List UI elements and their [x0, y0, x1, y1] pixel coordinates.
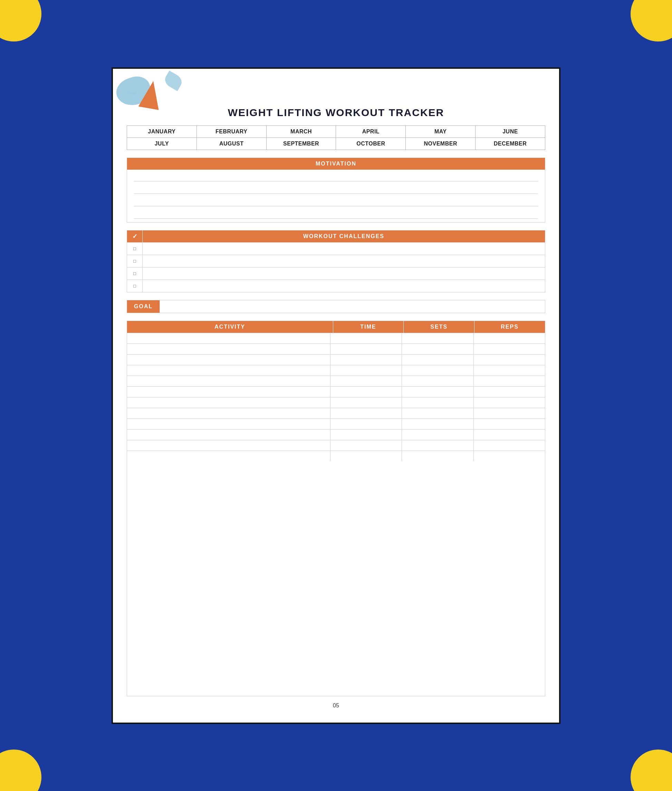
months-row-2: JULYAUGUSTSEPTEMBEROCTOBERNOVEMBERDECEMB… — [127, 138, 545, 150]
challenge-content-2 — [142, 255, 545, 267]
month-cell: JANUARY — [127, 126, 197, 138]
activity-table: ACTIVITY TIME SETS REPS — [127, 321, 545, 696]
reps-cell — [474, 344, 545, 354]
month-cell: MARCH — [267, 126, 336, 138]
reps-cell — [474, 365, 545, 375]
activity-rows-container — [127, 333, 545, 461]
time-cell — [330, 440, 402, 451]
month-cell: SEPTEMBER — [267, 138, 336, 150]
table-row — [127, 354, 545, 365]
sets-cell — [402, 365, 474, 375]
month-cell: JULY — [127, 138, 197, 150]
time-cell — [330, 355, 402, 365]
activity-cell — [127, 408, 330, 419]
sets-cell — [402, 430, 474, 440]
table-row — [127, 343, 545, 354]
sets-cell — [402, 408, 474, 419]
sets-cell — [402, 419, 474, 429]
deco-leaf-shape — [162, 71, 184, 91]
motivation-line-4 — [134, 210, 538, 219]
motivation-header: MOTIVATION — [127, 158, 545, 170]
challenge-content-3 — [142, 268, 545, 279]
challenge-row-3: □ — [127, 267, 545, 279]
time-cell — [330, 397, 402, 408]
activity-cell — [127, 419, 330, 429]
corner-decoration-bl — [0, 749, 42, 791]
page-title: WEIGHT LIFTING WORKOUT TRACKER — [127, 107, 545, 119]
reps-cell — [474, 408, 545, 419]
time-cell — [330, 333, 402, 343]
table-row — [127, 375, 545, 386]
reps-cell — [474, 419, 545, 429]
activity-cell — [127, 451, 330, 461]
time-col-header: TIME — [333, 321, 404, 333]
table-row — [127, 419, 545, 429]
activity-col-header: ACTIVITY — [127, 321, 333, 333]
reps-cell — [474, 451, 545, 461]
sets-cell — [402, 440, 474, 451]
sets-cell — [402, 355, 474, 365]
goal-value — [160, 300, 545, 313]
month-cell: MAY — [406, 126, 475, 138]
challenge-checkbox-1: □ — [127, 242, 142, 255]
month-cell: OCTOBER — [336, 138, 406, 150]
challenge-content-4 — [142, 280, 545, 292]
time-cell — [330, 344, 402, 354]
sets-cell — [402, 376, 474, 386]
time-cell — [330, 408, 402, 419]
goal-label: GOAL — [127, 300, 160, 313]
table-row — [127, 386, 545, 397]
challenges-section: ✓ WORKOUT CHALLENGES □ □ □ □ — [127, 230, 545, 292]
page: ~ WEIGHT LIFTING WORKOUT TRACKER JANUARY… — [112, 67, 560, 724]
month-cell: APRIL — [336, 126, 406, 138]
time-cell — [330, 376, 402, 386]
sets-cell — [402, 344, 474, 354]
month-cell: JUNE — [475, 126, 545, 138]
sets-cell — [402, 451, 474, 461]
corner-decoration-br — [630, 749, 672, 791]
reps-cell — [474, 355, 545, 365]
month-cell: DECEMBER — [475, 138, 545, 150]
table-row — [127, 440, 545, 451]
activity-cell — [127, 387, 330, 397]
activity-cell — [127, 344, 330, 354]
corner-decoration-tl — [0, 0, 42, 42]
activity-cell — [127, 440, 330, 451]
reps-cell — [474, 376, 545, 386]
time-cell — [330, 451, 402, 461]
reps-cell — [474, 333, 545, 343]
reps-cell — [474, 440, 545, 451]
reps-cell — [474, 387, 545, 397]
sets-cell — [402, 387, 474, 397]
table-row — [127, 333, 545, 343]
sets-col-header: SETS — [404, 321, 474, 333]
challenges-header-row: ✓ WORKOUT CHALLENGES — [127, 231, 545, 242]
activity-cell — [127, 355, 330, 365]
sets-cell — [402, 333, 474, 343]
reps-cell — [474, 397, 545, 408]
activity-cell — [127, 430, 330, 440]
sets-cell — [402, 397, 474, 408]
motivation-line-3 — [134, 198, 538, 206]
table-row — [127, 429, 545, 440]
challenge-content-1 — [142, 242, 545, 255]
activity-cell — [127, 333, 330, 343]
deco-blue-shape — [113, 72, 154, 110]
activity-cell — [127, 365, 330, 375]
month-cell: AUGUST — [197, 138, 267, 150]
challenge-row-2: □ — [127, 255, 545, 267]
reps-cell — [474, 430, 545, 440]
table-row — [127, 397, 545, 408]
reps-col-header: REPS — [474, 321, 545, 333]
challenge-checkbox-2: □ — [127, 255, 142, 267]
challenge-checkbox-4: □ — [127, 280, 142, 292]
activity-cell — [127, 397, 330, 408]
challenge-row-1: □ — [127, 242, 545, 255]
time-cell — [330, 419, 402, 429]
motivation-section: MOTIVATION — [127, 157, 545, 223]
activity-header-row: ACTIVITY TIME SETS REPS — [127, 321, 545, 333]
month-cell: NOVEMBER — [406, 138, 475, 150]
corner-decoration-tr — [630, 0, 672, 42]
goal-section: GOAL — [127, 300, 545, 313]
month-cell: FEBRUARY — [197, 126, 267, 138]
